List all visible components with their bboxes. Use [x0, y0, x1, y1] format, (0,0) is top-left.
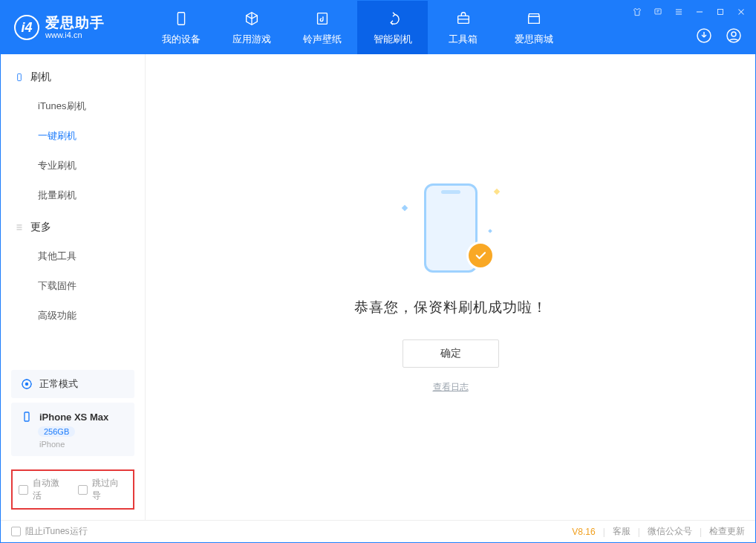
svg-rect-0 [177, 13, 184, 25]
logo-icon: i4 [14, 15, 39, 40]
skip-guide-checkbox[interactable]: 跳过向导 [78, 477, 127, 502]
checkbox-box-icon [78, 485, 88, 495]
sidebar: 刷机 iTunes刷机 一键刷机 专业刷机 批量刷机 更多 其他工具 下载固件 … [1, 54, 146, 520]
tab-label: 工具箱 [449, 33, 478, 46]
maximize-icon[interactable] [714, 5, 727, 19]
footer-right: V8.16 | 客服 | 微信公众号 | 检查更新 [572, 525, 745, 538]
user-circle-icon[interactable] [724, 26, 743, 45]
checkbox-label: 跳过向导 [92, 477, 127, 502]
device-outline-icon [14, 72, 25, 82]
close-icon[interactable] [734, 5, 748, 19]
sidebar-item-itunes-flash[interactable]: iTunes刷机 [1, 91, 145, 121]
sparkle-icon [488, 229, 492, 233]
sidebar-group-flash: 刷机 [1, 60, 145, 91]
app-name: 爱思助手 [45, 16, 105, 31]
sidebar-item-oneclick-flash[interactable]: 一键刷机 [1, 121, 145, 151]
block-itunes-checkbox[interactable]: 阻止iTunes运行 [11, 525, 88, 538]
sidebar-item-other-tools[interactable]: 其他工具 [1, 241, 145, 271]
svg-rect-11 [25, 412, 29, 421]
main-content: 恭喜您，保资料刷机成功啦！ 确定 查看日志 [146, 54, 755, 520]
tab-smart-flash[interactable]: 智能刷机 [357, 1, 428, 54]
header-right-icons [694, 26, 743, 45]
footer-left: 阻止iTunes运行 [11, 525, 88, 538]
tab-label: 智能刷机 [374, 33, 412, 46]
device-storage: 256GB [38, 426, 75, 437]
separator: | [603, 527, 605, 537]
sidebar-bottom: 正常模式 iPhone XS Max 256GB iPhone 自动激活 [1, 365, 145, 520]
app-window: i4 爱思助手 www.i4.cn 我的设备 应用游戏 铃声壁纸 智能刷机 [0, 0, 756, 543]
success-message: 恭喜您，保资料刷机成功啦！ [354, 298, 547, 317]
tab-apps-games[interactable]: 应用游戏 [216, 1, 287, 54]
footer-link-wechat[interactable]: 微信公众号 [648, 525, 692, 538]
logo-text: 爱思助手 www.i4.cn [45, 16, 105, 40]
view-log-link[interactable]: 查看日志 [433, 381, 469, 394]
window-controls [630, 5, 748, 19]
checkbox-label: 自动激活 [33, 477, 68, 502]
main-tabs: 我的设备 应用游戏 铃声壁纸 智能刷机 工具箱 爱思商城 [146, 1, 569, 54]
tab-label: 爱思商城 [515, 33, 553, 46]
footer-link-update[interactable]: 检查更新 [709, 525, 745, 538]
sidebar-group-title: 更多 [30, 221, 51, 234]
device-type: iPhone [39, 440, 65, 449]
device-icon [20, 410, 33, 423]
sidebar-item-advanced[interactable]: 高级功能 [1, 301, 145, 331]
app-url: www.i4.cn [45, 30, 105, 39]
shirt-icon[interactable] [630, 5, 644, 19]
list-icon [14, 222, 25, 233]
sparkle-icon [401, 205, 407, 211]
tab-label: 应用游戏 [232, 33, 271, 46]
sidebar-group-more: 更多 [1, 210, 145, 241]
svg-point-10 [26, 383, 28, 386]
svg-rect-3 [655, 9, 661, 14]
auto-activate-checkbox[interactable]: 自动激活 [19, 477, 68, 502]
tab-ringtones-wallpapers[interactable]: 铃声壁纸 [287, 1, 357, 54]
feedback-icon[interactable] [651, 5, 665, 19]
device-name: iPhone XS Max [39, 412, 108, 423]
success-illustration [403, 181, 499, 277]
tab-label: 铃声壁纸 [303, 33, 342, 46]
logo-area: i4 爱思助手 www.i4.cn [1, 15, 146, 40]
checkbox-box-icon [11, 527, 21, 536]
mode-icon [20, 377, 33, 391]
version-label: V8.16 [572, 527, 595, 537]
shop-icon [524, 9, 544, 28]
check-badge-icon [466, 241, 495, 270]
download-circle-icon[interactable] [694, 26, 714, 45]
footer-link-support[interactable]: 客服 [613, 525, 630, 538]
mode-card[interactable]: 正常模式 [11, 370, 134, 398]
body: 刷机 iTunes刷机 一键刷机 专业刷机 批量刷机 更多 其他工具 下载固件 … [1, 54, 755, 520]
toolbox-icon [454, 9, 473, 28]
svg-rect-8 [18, 74, 22, 80]
sparkle-icon [493, 189, 499, 195]
sidebar-item-pro-flash[interactable]: 专业刷机 [1, 151, 145, 181]
phone-icon [172, 9, 191, 28]
checkbox-box-icon [19, 485, 28, 495]
device-card[interactable]: iPhone XS Max 256GB iPhone [11, 403, 134, 456]
checkbox-label: 阻止iTunes运行 [25, 525, 88, 538]
tab-my-device[interactable]: 我的设备 [146, 1, 216, 54]
svg-rect-4 [718, 10, 723, 15]
sidebar-item-batch-flash[interactable]: 批量刷机 [1, 181, 145, 210]
svg-rect-1 [317, 13, 327, 25]
cube-icon [242, 9, 261, 28]
sidebar-scroll: 刷机 iTunes刷机 一键刷机 专业刷机 批量刷机 更多 其他工具 下载固件 … [1, 54, 145, 365]
tab-label: 我的设备 [162, 33, 201, 46]
sidebar-item-download-firmware[interactable]: 下载固件 [1, 271, 145, 301]
tab-shop[interactable]: 爱思商城 [498, 1, 569, 54]
checkbox-strip: 自动激活 跳过向导 [11, 469, 134, 510]
separator: | [638, 527, 640, 537]
minimize-icon[interactable] [693, 5, 706, 19]
mode-label: 正常模式 [39, 377, 78, 391]
svg-point-7 [731, 32, 736, 36]
menu-icon[interactable] [672, 5, 685, 19]
header-bar: i4 爱思助手 www.i4.cn 我的设备 应用游戏 铃声壁纸 智能刷机 [1, 1, 755, 54]
music-note-icon [313, 9, 332, 28]
ok-button[interactable]: 确定 [403, 339, 499, 368]
tab-toolbox[interactable]: 工具箱 [428, 1, 498, 54]
separator: | [700, 527, 702, 537]
footer-bar: 阻止iTunes运行 V8.16 | 客服 | 微信公众号 | 检查更新 [1, 520, 755, 542]
sidebar-group-title: 刷机 [30, 71, 51, 84]
refresh-icon [383, 9, 403, 28]
